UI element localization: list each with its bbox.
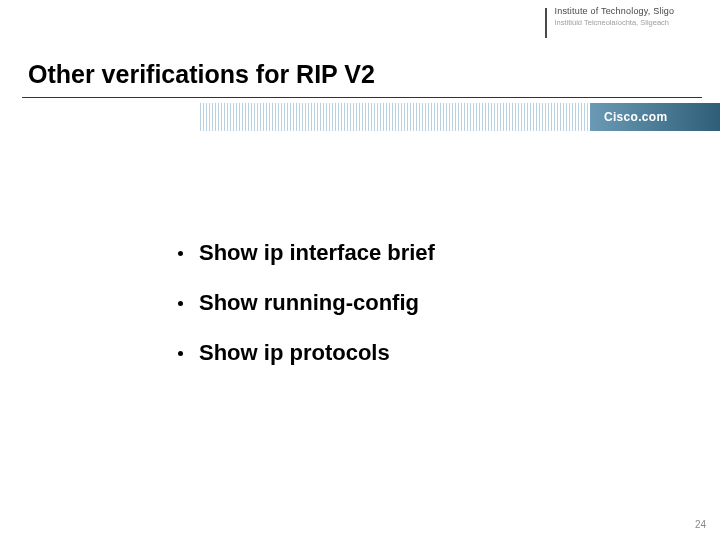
brand-bar-hatch <box>200 103 590 131</box>
bullet-icon <box>178 351 183 356</box>
logo-divider <box>545 8 547 38</box>
list-item: Show ip protocols <box>178 340 658 366</box>
institute-line2: Institiúid Teicneolaíochta, Sligeach <box>555 18 675 27</box>
bullet-icon <box>178 251 183 256</box>
list-item: Show running-config <box>178 290 658 316</box>
brand-bar-solid: Cisco.com <box>590 103 720 131</box>
institute-line1: Institute of Technology, Sligo <box>555 6 675 16</box>
page-number: 24 <box>695 519 706 530</box>
institute-text: Institute of Technology, Sligo Institiúi… <box>555 6 675 27</box>
cisco-logo-text: Cisco.com <box>604 110 667 124</box>
title-underline <box>22 97 702 98</box>
bullet-icon <box>178 301 183 306</box>
brand-bar-spacer <box>0 103 200 131</box>
institute-logo: Institute of Technology, Sligo Institiúi… <box>545 0 720 50</box>
brand-bar: Cisco.com <box>0 103 720 131</box>
bullet-list: Show ip interface brief Show running-con… <box>178 240 658 390</box>
bullet-text: Show ip protocols <box>199 340 390 366</box>
list-item: Show ip interface brief <box>178 240 658 266</box>
bullet-text: Show ip interface brief <box>199 240 435 266</box>
bullet-text: Show running-config <box>199 290 419 316</box>
slide-title: Other verifications for RIP V2 <box>28 60 375 89</box>
